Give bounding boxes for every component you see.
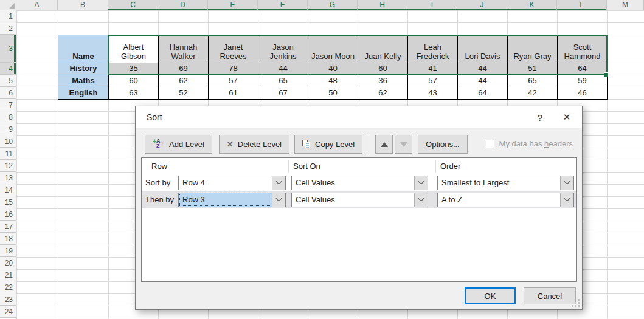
- fill-handle[interactable]: [604, 72, 609, 77]
- delete-level-button[interactable]: ✕ Delete Level: [219, 135, 289, 154]
- name-cell[interactable]: Janet Reeves: [208, 35, 258, 63]
- english-cell[interactable]: 67: [258, 87, 308, 100]
- row-header-3[interactable]: 3: [0, 35, 16, 63]
- row-header-7[interactable]: 7: [0, 99, 16, 111]
- name-cell[interactable]: Jason Jenkins: [258, 35, 308, 63]
- english-cell[interactable]: 50: [308, 87, 358, 100]
- name-cell[interactable]: Hannah Walker: [158, 35, 209, 63]
- row-header-24[interactable]: 24: [0, 306, 16, 318]
- row-header-15[interactable]: 15: [0, 196, 16, 208]
- name-cell[interactable]: Scott Hammond: [557, 35, 608, 63]
- label-cell-history[interactable]: History: [58, 63, 109, 75]
- label-cell-maths[interactable]: Maths: [58, 75, 109, 87]
- sort-by-row-dropdown[interactable]: Row 4: [178, 176, 286, 190]
- name-cell[interactable]: Leah Frederick: [407, 35, 458, 63]
- name-cell[interactable]: Ryan Gray: [507, 35, 558, 63]
- row-header-6[interactable]: 6: [0, 87, 16, 99]
- row-header-18[interactable]: 18: [0, 233, 16, 245]
- column-header-B[interactable]: B: [58, 0, 108, 10]
- row-header-5[interactable]: 5: [0, 75, 16, 87]
- dropdown-button[interactable]: [560, 193, 573, 207]
- english-cell[interactable]: 43: [407, 87, 458, 100]
- row-header-16[interactable]: 16: [0, 208, 16, 221]
- english-cell[interactable]: 64: [457, 87, 508, 100]
- row-header-11[interactable]: 11: [0, 148, 16, 160]
- maths-cell[interactable]: 60: [108, 75, 159, 87]
- history-cell[interactable]: 51: [507, 63, 558, 75]
- english-cell[interactable]: 52: [158, 87, 209, 100]
- row-header-10[interactable]: 10: [0, 135, 16, 148]
- dialog-titlebar[interactable]: Sort ? ✕: [136, 106, 582, 128]
- help-icon[interactable]: ?: [530, 106, 550, 128]
- cancel-button[interactable]: Cancel: [524, 287, 576, 304]
- history-cell[interactable]: 41: [407, 63, 458, 75]
- history-cell[interactable]: 44: [258, 63, 308, 75]
- history-cell[interactable]: 78: [208, 63, 258, 75]
- maths-cell[interactable]: 65: [507, 75, 558, 87]
- name-cell[interactable]: Juan Kelly: [358, 35, 408, 63]
- english-cell[interactable]: 42: [507, 87, 558, 100]
- column-header-I[interactable]: I: [407, 0, 457, 10]
- column-header-M[interactable]: M: [607, 0, 644, 10]
- row-header-8[interactable]: 8: [0, 111, 16, 123]
- row-header-21[interactable]: 21: [0, 269, 16, 281]
- row-header-23[interactable]: 23: [0, 293, 16, 306]
- column-header-G[interactable]: G: [308, 0, 358, 10]
- english-cell[interactable]: 62: [358, 87, 408, 100]
- dropdown-button[interactable]: [414, 193, 428, 207]
- row-header-19[interactable]: 19: [0, 245, 16, 257]
- name-cell[interactable]: Albert Gibson: [108, 35, 159, 63]
- column-header-J[interactable]: J: [457, 0, 507, 10]
- column-header-H[interactable]: H: [358, 0, 407, 10]
- copy-level-button[interactable]: Copy Level: [294, 135, 362, 154]
- history-cell[interactable]: 44: [457, 63, 508, 75]
- headers-checkbox[interactable]: [486, 140, 494, 148]
- ok-button[interactable]: OK: [465, 287, 516, 304]
- dropdown-button[interactable]: [272, 176, 285, 190]
- column-header-L[interactable]: L: [557, 0, 607, 10]
- close-icon[interactable]: ✕: [556, 106, 577, 128]
- row-header-12[interactable]: 12: [0, 160, 16, 172]
- column-header-A[interactable]: A: [16, 0, 58, 10]
- then-by-row-dropdown[interactable]: Row 3: [178, 193, 286, 207]
- row-header-9[interactable]: 9: [0, 123, 16, 135]
- row-header-17[interactable]: 17: [0, 221, 16, 233]
- name-cell[interactable]: Lori Davis: [457, 35, 508, 63]
- maths-cell[interactable]: 65: [258, 75, 308, 87]
- move-down-button[interactable]: [395, 135, 412, 154]
- maths-cell[interactable]: 57: [407, 75, 458, 87]
- column-header-K[interactable]: K: [507, 0, 557, 10]
- english-cell[interactable]: 61: [208, 87, 258, 100]
- options-button[interactable]: Options...: [418, 135, 468, 154]
- history-cell[interactable]: 35: [108, 63, 159, 75]
- row-header-22[interactable]: 22: [0, 281, 16, 293]
- maths-cell[interactable]: 36: [358, 75, 408, 87]
- history-cell[interactable]: 60: [358, 63, 408, 75]
- then-by-sort-on-dropdown[interactable]: Cell Values: [291, 193, 428, 207]
- select-all-corner[interactable]: [0, 0, 16, 10]
- resize-grip[interactable]: [572, 299, 580, 307]
- maths-cell[interactable]: 44: [457, 75, 508, 87]
- dropdown-button[interactable]: [272, 193, 285, 207]
- maths-cell[interactable]: 57: [208, 75, 258, 87]
- history-cell[interactable]: 69: [158, 63, 209, 75]
- label-cell-name[interactable]: Name: [58, 35, 109, 63]
- column-header-E[interactable]: E: [208, 0, 258, 10]
- dropdown-button[interactable]: [414, 176, 428, 190]
- column-header-C[interactable]: C: [108, 0, 158, 10]
- history-cell[interactable]: 64: [557, 63, 608, 75]
- row-header-4[interactable]: 4: [0, 63, 16, 75]
- sort-by-order-dropdown[interactable]: Smallest to Largest: [437, 176, 574, 190]
- move-up-button[interactable]: [375, 135, 393, 154]
- english-cell[interactable]: 63: [108, 87, 159, 100]
- row-header-2[interactable]: 2: [0, 22, 16, 35]
- column-header-F[interactable]: F: [258, 0, 308, 10]
- maths-cell[interactable]: 62: [158, 75, 209, 87]
- maths-cell[interactable]: 59: [557, 75, 608, 87]
- row-header-20[interactable]: 20: [0, 257, 16, 269]
- row-header-14[interactable]: 14: [0, 184, 16, 196]
- row-header-13[interactable]: 13: [0, 172, 16, 184]
- label-cell-english[interactable]: English: [58, 87, 109, 100]
- add-level-button[interactable]: +AZ↓ Add Level: [145, 135, 212, 154]
- column-header-D[interactable]: D: [158, 0, 208, 10]
